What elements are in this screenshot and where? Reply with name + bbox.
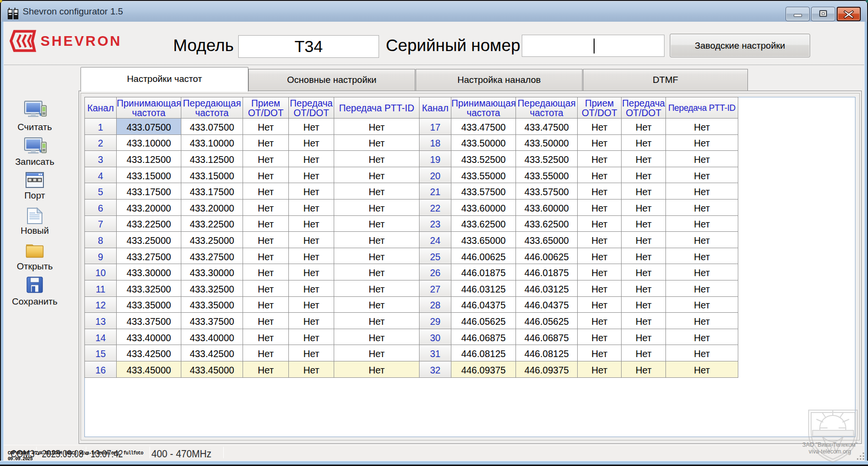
svg-text:SHEVRON: SHEVRON <box>41 33 122 49</box>
